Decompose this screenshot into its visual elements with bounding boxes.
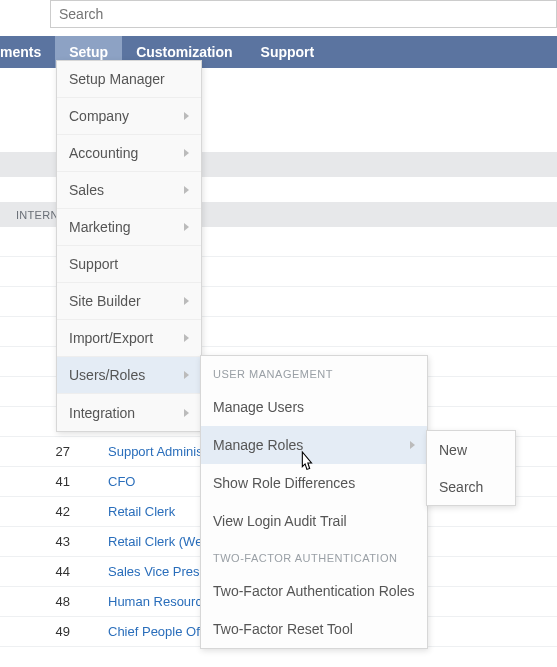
chevron-right-icon (184, 334, 189, 342)
submenu-item[interactable]: Two-Factor Authentication Roles (201, 572, 427, 610)
submenu-item[interactable]: Manage Users (201, 388, 427, 426)
chevron-right-icon (184, 186, 189, 194)
role-link[interactable]: Support Adminis (108, 444, 203, 459)
submenu-item-label: Two-Factor Reset Tool (213, 621, 353, 637)
setup-menu-item[interactable]: Import/Export (57, 320, 201, 357)
setup-menu-item[interactable]: Marketing (57, 209, 201, 246)
role-link[interactable]: Sales Vice Presid (108, 564, 210, 579)
row-id: 27 (0, 444, 100, 459)
setup-menu-item[interactable]: Integration (57, 394, 201, 431)
submenu-item-label: Manage Roles (213, 437, 303, 453)
row-id: 44 (0, 564, 100, 579)
menu-item-label: Import/Export (69, 330, 153, 346)
setup-dropdown: Setup ManagerCompanyAccountingSalesMarke… (56, 60, 202, 432)
setup-menu-item[interactable]: Support (57, 246, 201, 283)
search-input[interactable] (50, 0, 557, 28)
submenu-section-user-management: USER MANAGEMENT (201, 356, 427, 388)
menu-item-label: Site Builder (69, 293, 141, 309)
submenu-item[interactable]: Manage Roles (201, 426, 427, 464)
chevron-right-icon (184, 297, 189, 305)
submenu-section-two-factor: TWO-FACTOR AUTHENTICATION (201, 540, 427, 572)
menu-item-label: Users/Roles (69, 367, 145, 383)
setup-menu-item[interactable]: Accounting (57, 135, 201, 172)
submenu-item-label: Two-Factor Authentication Roles (213, 583, 415, 599)
chevron-right-icon (184, 409, 189, 417)
submenu-item[interactable]: Show Role Differences (201, 464, 427, 502)
menu-item-label: Accounting (69, 145, 138, 161)
chevron-right-icon (184, 112, 189, 120)
chevron-right-icon (410, 441, 415, 449)
setup-menu-item[interactable]: Users/Roles (57, 357, 201, 394)
setup-menu-item[interactable]: Site Builder (57, 283, 201, 320)
submenu-item[interactable]: View Login Audit Trail (201, 502, 427, 540)
submenu-item-label: View Login Audit Trail (213, 513, 347, 529)
role-link[interactable]: CFO (108, 474, 135, 489)
menu-documents[interactable]: ments (0, 36, 55, 68)
row-id: 43 (0, 534, 100, 549)
submenu-item[interactable]: Search (427, 468, 515, 505)
menu-item-label: Setup Manager (69, 71, 165, 87)
menu-item-label: Marketing (69, 219, 130, 235)
menu-item-label: Company (69, 108, 129, 124)
row-id: 41 (0, 474, 100, 489)
menu-item-label: Sales (69, 182, 104, 198)
menu-item-label: Support (69, 256, 118, 272)
chevron-right-icon (184, 149, 189, 157)
setup-menu-item[interactable]: Sales (57, 172, 201, 209)
setup-menu-item[interactable]: Setup Manager (57, 61, 201, 98)
submenu-item[interactable]: Two-Factor Reset Tool (201, 610, 427, 648)
row-id: 48 (0, 594, 100, 609)
manage-roles-submenu: NewSearch (426, 430, 516, 506)
menu-item-label: Integration (69, 405, 135, 421)
row-id: 49 (0, 624, 100, 639)
role-link[interactable]: Human Resourc (108, 594, 202, 609)
chevron-right-icon (184, 223, 189, 231)
submenu-item-label: Show Role Differences (213, 475, 355, 491)
role-link[interactable]: Retail Clerk (108, 504, 175, 519)
submenu-item-label: Manage Users (213, 399, 304, 415)
setup-menu-item[interactable]: Company (57, 98, 201, 135)
chevron-right-icon (184, 371, 189, 379)
role-link[interactable]: Retail Clerk (Wel (108, 534, 205, 549)
row-id: 42 (0, 504, 100, 519)
menu-support[interactable]: Support (247, 36, 329, 68)
users-roles-submenu: USER MANAGEMENTManage UsersManage RolesS… (200, 355, 428, 649)
submenu-item[interactable]: New (427, 431, 515, 468)
